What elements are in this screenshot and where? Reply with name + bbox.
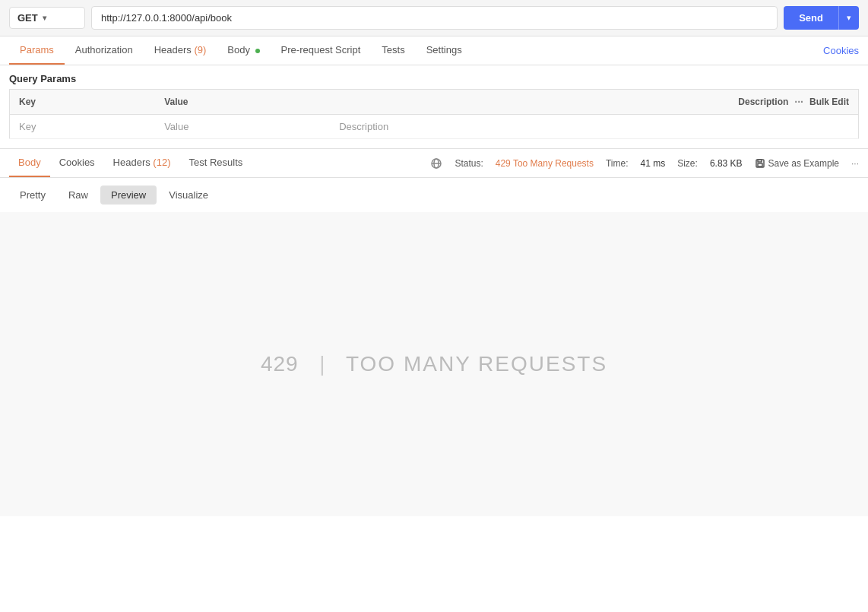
tab-pre-request[interactable]: Pre-request Script (271, 36, 372, 65)
response-meta: Status: 429 Too Many Requests Time: 41 m… (430, 157, 859, 170)
time-label: Time: (606, 158, 629, 169)
tab-authorization[interactable]: Authorization (65, 36, 144, 65)
save-example-label: Save as Example (768, 158, 839, 169)
more-options-icon[interactable]: ··· (794, 96, 803, 108)
query-params-section: Query Params Key Value Description ··· B… (0, 65, 868, 139)
format-tab-visualize[interactable]: Visualize (158, 186, 219, 205)
top-bar: GET ▾ Send ▾ (0, 0, 868, 36)
error-message: TOO MANY REQUESTS (346, 352, 607, 376)
tab-body[interactable]: Body (217, 36, 270, 65)
value-cell[interactable]: Value (155, 115, 330, 139)
send-button[interactable]: Send (784, 6, 838, 30)
method-selector[interactable]: GET ▾ (9, 7, 85, 29)
tab-params[interactable]: Params (9, 36, 65, 65)
size-label: Size: (677, 158, 698, 169)
key-cell[interactable]: Key (10, 115, 156, 139)
svg-rect-5 (758, 160, 762, 162)
format-tab-raw[interactable]: Raw (58, 186, 99, 205)
error-display: 429 | TOO MANY REQUESTS (261, 352, 607, 376)
response-headers-badge: (12) (153, 157, 170, 168)
size-value: 6.83 KB (710, 158, 743, 169)
save-icon (755, 158, 765, 169)
method-label: GET (17, 12, 38, 24)
svg-rect-4 (758, 163, 762, 166)
format-tab-preview[interactable]: Preview (100, 186, 157, 205)
format-tabs: Pretty Raw Preview Visualize (0, 178, 868, 212)
bulk-edit-button[interactable]: Bulk Edit (809, 97, 849, 107)
send-button-wrapper: Send ▾ (784, 6, 859, 30)
col-value: Value (155, 90, 330, 115)
col-description: Description ··· Bulk Edit (330, 90, 858, 115)
query-params-title: Query Params (9, 73, 859, 84)
response-section: Body Cookies Headers (12) Test Results S… (0, 148, 868, 516)
cookies-link[interactable]: Cookies (823, 45, 859, 56)
error-divider: | (308, 352, 337, 376)
send-dropdown-button[interactable]: ▾ (838, 6, 859, 30)
response-tab-headers[interactable]: Headers (12) (104, 149, 180, 177)
save-as-example-button[interactable]: Save as Example (755, 158, 839, 169)
response-more-actions-icon[interactable]: ··· (851, 158, 859, 169)
tab-settings[interactable]: Settings (416, 36, 473, 65)
headers-badge: (9) (194, 44, 206, 55)
request-tabs: Params Authorization Headers (9) Body Pr… (0, 36, 868, 65)
description-col-label: Description (738, 97, 788, 107)
response-tab-test-results[interactable]: Test Results (179, 149, 252, 177)
time-value: 41 ms (641, 158, 666, 169)
status-label: Status: (455, 158, 483, 169)
response-tab-body[interactable]: Body (9, 149, 50, 177)
tab-tests[interactable]: Tests (371, 36, 415, 65)
url-input[interactable] (91, 6, 778, 30)
body-dot-icon (255, 49, 260, 53)
status-value: 429 Too Many Requests (496, 158, 594, 169)
format-tab-pretty[interactable]: Pretty (9, 186, 56, 205)
response-tab-cookies[interactable]: Cookies (50, 149, 104, 177)
response-body: 429 | TOO MANY REQUESTS (0, 212, 868, 516)
description-cell[interactable]: Description (330, 115, 858, 139)
params-table: Key Value Description ··· Bulk Edit Key … (9, 89, 859, 139)
col-key: Key (10, 90, 156, 115)
error-code: 429 (261, 352, 299, 376)
response-tabs: Body Cookies Headers (12) Test Results S… (0, 149, 868, 178)
table-row: Key Value Description (10, 115, 859, 139)
globe-icon (430, 157, 442, 170)
tab-headers[interactable]: Headers (9) (144, 36, 217, 65)
method-chevron-icon: ▾ (43, 14, 46, 22)
error-row: 429 | TOO MANY REQUESTS (261, 352, 607, 376)
